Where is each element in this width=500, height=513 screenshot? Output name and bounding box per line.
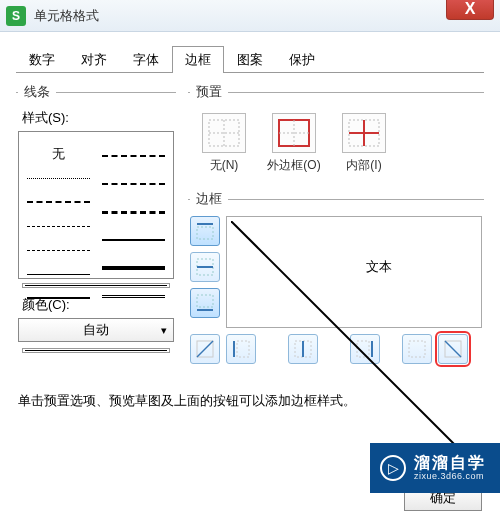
border-preview[interactable]: 文本 xyxy=(226,216,482,328)
preset-outline-label: 外边框(O) xyxy=(266,157,322,174)
left-column: 线条 样式(S): 无 xyxy=(16,83,176,378)
preset-outline[interactable]: 外边框(O) xyxy=(266,113,322,174)
line-style-list[interactable]: 无 xyxy=(18,131,174,279)
border-bottom-button[interactable] xyxy=(190,288,220,318)
tab-align[interactable]: 对齐 xyxy=(68,46,120,73)
border-top-button[interactable] xyxy=(190,216,220,246)
svg-rect-13 xyxy=(197,295,213,307)
dialog-body: 数字 对齐 字体 边框 图案 保护 线条 样式(S): 无 xyxy=(0,32,500,410)
window-title: 单元格格式 xyxy=(34,7,99,25)
titlebar: S 单元格格式 X xyxy=(0,0,500,32)
preset-inside[interactable]: 内部(I) xyxy=(336,113,392,174)
line-dashdot[interactable] xyxy=(27,220,90,232)
border-diag-up-button[interactable] xyxy=(190,334,220,364)
right-column: 预置 无(N) 外边框(O) xyxy=(188,83,484,378)
play-icon: ▷ xyxy=(380,455,406,481)
color-preview xyxy=(22,348,170,353)
preset-inside-icon xyxy=(342,113,386,153)
line-group: 线条 样式(S): 无 xyxy=(16,83,176,357)
preset-none-icon xyxy=(202,113,246,153)
tab-strip: 数字 对齐 字体 边框 图案 保护 xyxy=(16,46,484,73)
preset-none-label: 无(N) xyxy=(196,157,252,174)
line-double[interactable] xyxy=(102,290,165,302)
preset-inside-label: 内部(I) xyxy=(336,157,392,174)
svg-rect-14 xyxy=(197,309,213,311)
line-dash[interactable] xyxy=(27,244,90,256)
line-none[interactable]: 无 xyxy=(27,148,90,160)
preset-none[interactable]: 无(N) xyxy=(196,113,252,174)
main-area: 线条 样式(S): 无 xyxy=(16,83,484,378)
svg-rect-10 xyxy=(197,227,213,239)
line-mdash[interactable] xyxy=(102,150,165,162)
line-thick[interactable] xyxy=(102,234,165,246)
color-select[interactable]: 自动 xyxy=(18,318,174,342)
svg-rect-9 xyxy=(197,223,213,225)
tab-font[interactable]: 字体 xyxy=(120,46,172,73)
border-hmid-button[interactable] xyxy=(190,252,220,282)
tab-pattern[interactable]: 图案 xyxy=(224,46,276,73)
svg-line-15 xyxy=(231,221,477,467)
line-mdd[interactable] xyxy=(102,178,165,190)
line-dot[interactable] xyxy=(27,172,90,184)
preset-outline-icon xyxy=(272,113,316,153)
tab-border[interactable]: 边框 xyxy=(172,46,224,73)
svg-rect-12 xyxy=(197,266,213,268)
tab-number[interactable]: 数字 xyxy=(16,46,68,73)
line-dash3[interactable] xyxy=(27,196,90,208)
border-side-buttons xyxy=(190,216,220,328)
tab-protect[interactable]: 保护 xyxy=(276,46,328,73)
line-thin[interactable] xyxy=(27,268,90,280)
preview-diagonal-icon xyxy=(231,221,477,467)
watermark-sub: zixue.3d66.com xyxy=(414,472,486,482)
presets-group: 预置 无(N) 外边框(O) xyxy=(188,83,484,180)
style-label: 样式(S): xyxy=(22,109,174,127)
line-mddd[interactable] xyxy=(102,206,165,218)
close-icon: X xyxy=(465,0,476,18)
watermark: ▷ 溜溜自学 zixue.3d66.com xyxy=(370,443,500,493)
close-button[interactable]: X xyxy=(446,0,494,20)
presets-group-label: 预置 xyxy=(190,83,228,101)
border-group: 边框 文本 xyxy=(188,190,484,368)
color-value: 自动 xyxy=(83,321,109,339)
border-group-label: 边框 xyxy=(190,190,228,208)
line-group-label: 线条 xyxy=(18,83,56,101)
line-heavy[interactable] xyxy=(102,262,165,274)
app-icon: S xyxy=(6,6,26,26)
watermark-main: 溜溜自学 xyxy=(414,454,486,472)
svg-line-17 xyxy=(197,341,213,357)
preview-text: 文本 xyxy=(366,258,392,276)
